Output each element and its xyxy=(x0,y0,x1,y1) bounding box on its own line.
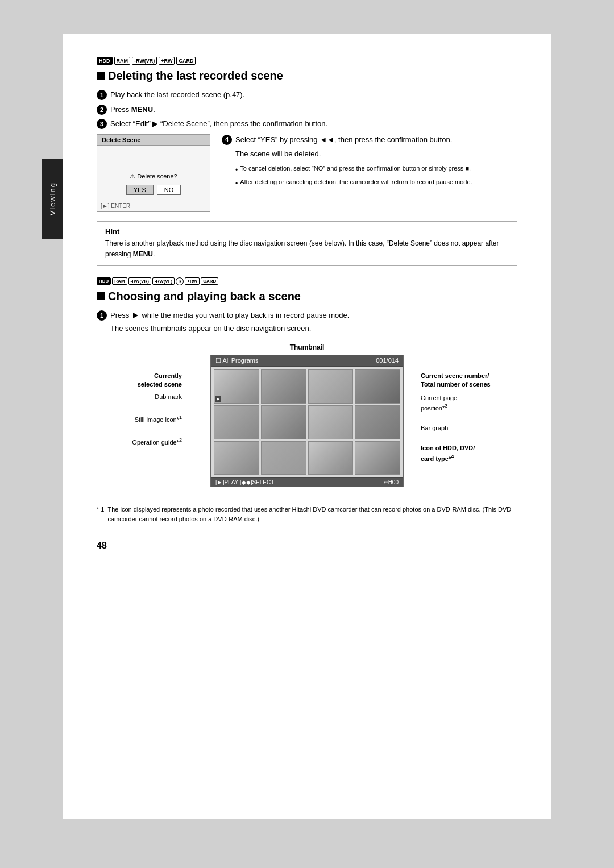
thumb-5 xyxy=(214,405,259,439)
screen-mockup-body: ▶ xyxy=(211,367,403,477)
diagram: Thumbnail Currentlyselected scene Dub ma… xyxy=(97,343,517,487)
annot-still: Still image icon*1 xyxy=(114,414,188,424)
annot-page-pos: Current pageposition*3 xyxy=(421,394,500,413)
annot-icon-hdd: Icon of HDD, DVD/card type*4 xyxy=(421,444,500,463)
page-number: 48 xyxy=(97,541,517,551)
annot-bar-graph: Bar graph xyxy=(421,424,500,433)
badge-hdd: HDD xyxy=(97,57,113,65)
annot-currently: Currentlyselected scene xyxy=(114,372,188,389)
section2: HDD RAM -RW(VR) -RW(VF) R +RW CARD Choos… xyxy=(97,277,517,487)
thumb-8 xyxy=(355,405,400,439)
badge-rwvr: -RW(VR) xyxy=(132,57,157,65)
step1-num: 1 xyxy=(97,90,107,100)
footer-left: [►]PLAY [◆◆]SELECT xyxy=(215,479,274,485)
footnote-marker: * 1 xyxy=(97,505,104,524)
footnote-text: The icon displayed represents a photo re… xyxy=(107,505,517,524)
hint-box: Hint There is another playback method us… xyxy=(97,221,517,266)
section2-heading: Choosing and playing back a scene xyxy=(97,290,517,303)
screen-question: ⚠ Delete scene? xyxy=(130,173,177,180)
section2-step1-note: The scenes thumbnails appear on the disc… xyxy=(110,323,349,334)
thumb-7 xyxy=(308,405,354,439)
step4-bullet2: • After deleting or canceling deletion, … xyxy=(235,178,472,189)
badge2-rwvf: -RW(VF) xyxy=(152,277,175,285)
btn-yes: YES xyxy=(126,185,154,195)
step4-main: Select “YES” by pressing ◄◄, then press … xyxy=(235,134,472,146)
hint-text: There is another playback method using t… xyxy=(105,238,509,260)
heading-square-2 xyxy=(97,292,105,300)
thumb-9 xyxy=(214,441,259,475)
annot-operation: Operation guide*2 xyxy=(114,437,188,447)
screen-buttons: YES NO xyxy=(126,185,181,195)
annot-dub: Dub mark xyxy=(114,393,188,401)
step4-content: Select “YES” by pressing ◄◄, then press … xyxy=(235,134,472,192)
thumb-11 xyxy=(308,441,354,475)
section1-heading: Deleting the last recorded scene xyxy=(97,69,517,82)
section2-step1: 1 Press while the media you want to play… xyxy=(97,310,517,334)
screen-header-right: 001/014 xyxy=(376,357,399,364)
step4-col: 4 Select “YES” by pressing ◄◄, then pres… xyxy=(222,134,517,212)
badge-ram: RAM xyxy=(114,57,131,65)
annot-left: Currentlyselected scene Dub mark Still i… xyxy=(114,372,188,447)
badge-plusrw: +RW xyxy=(159,57,175,65)
screen-mockup: ☐ All Programs 001/014 ▶ xyxy=(210,355,404,487)
media-badges-1: HDD RAM -RW(VR) +RW CARD xyxy=(97,57,517,65)
annot-scene-num: Current scene number/Total number of sce… xyxy=(421,372,500,389)
badge2-hdd: HDD xyxy=(97,277,111,285)
badge2-card: CARD xyxy=(201,277,218,285)
step2-num: 2 xyxy=(97,105,107,115)
step4-bullet1: • To cancel deletion, select “NO” and pr… xyxy=(235,164,472,176)
thumb-12 xyxy=(355,441,400,475)
heading-square xyxy=(97,72,105,80)
step3-num: 3 xyxy=(97,119,107,129)
screen-mockup-footer: [►]PLAY [◆◆]SELECT ⇐H00 xyxy=(211,477,403,487)
side-tab-label: Viewing xyxy=(48,182,57,215)
step4-num: 4 xyxy=(222,135,232,145)
screen-header-left: ☐ All Programs xyxy=(215,357,258,364)
thumb-3 xyxy=(308,369,354,404)
badge2-plusrw: +RW xyxy=(185,277,200,285)
step4-result: The scene will be deleted. xyxy=(235,148,472,160)
badge2-r: R xyxy=(176,277,184,285)
screen-enter: [►] ENTER xyxy=(97,203,130,211)
thumb-4 xyxy=(355,369,400,404)
section1-title: Deleting the last recorded scene xyxy=(108,69,283,82)
badge2-ram: RAM xyxy=(112,277,127,285)
thumb-10 xyxy=(261,441,306,475)
footnote1: * 1 The icon displayed represents a phot… xyxy=(97,505,517,524)
screen-mockup-header: ☐ All Programs 001/014 xyxy=(211,355,403,367)
thumb-2 xyxy=(261,369,306,404)
screen-body: ⚠ Delete scene? YES NO xyxy=(97,146,210,201)
bullet-icon-2: • xyxy=(235,178,238,189)
section2-step1-num: 1 xyxy=(97,310,107,321)
btn-no: NO xyxy=(157,185,181,195)
step4: 4 Select “YES” by pressing ◄◄, then pres… xyxy=(222,134,517,192)
bullet-icon-1: • xyxy=(235,165,238,176)
step3: 3 Select “Edit” ▶ “Delete Scene”, then p… xyxy=(97,118,517,130)
footnote-section: * 1 The icon displayed represents a phot… xyxy=(97,499,517,524)
media-badges-2: HDD RAM -RW(VR) -RW(VF) R +RW CARD xyxy=(97,277,517,285)
delete-scene-screen: Delete Scene ⚠ Delete scene? YES NO [►] … xyxy=(97,134,210,212)
screen-mockup-wrapper: ☐ All Programs 001/014 ▶ xyxy=(193,355,421,487)
thumb-6 xyxy=(261,405,306,439)
step3-text: Select “Edit” ▶ “Delete Scene”, then pre… xyxy=(110,118,327,130)
section2-step1-text: Press while the media you want to play b… xyxy=(110,311,349,319)
step2: 2 Press MENU. xyxy=(97,104,517,115)
step4-bullets: • To cancel deletion, select “NO” and pr… xyxy=(235,164,472,189)
side-tab: Viewing xyxy=(42,159,63,239)
annot-right: Current scene number/Total number of sce… xyxy=(421,372,500,463)
step4-bullet1-text: To cancel deletion, select “NO” and pres… xyxy=(240,164,471,173)
thumb-1: ▶ xyxy=(214,369,259,404)
step1-text: Play back the last recorded scene (p.47)… xyxy=(110,89,244,101)
badge2-rwvr: -RW(VR) xyxy=(128,277,151,285)
step-columns: Delete Scene ⚠ Delete scene? YES NO [►] … xyxy=(97,134,517,212)
section1: HDD RAM -RW(VR) +RW CARD Deleting the la… xyxy=(97,57,517,266)
step1: 1 Play back the last recorded scene (p.4… xyxy=(97,89,517,101)
footer-right: ⇐H00 xyxy=(384,479,399,485)
page: Viewing HDD RAM -RW(VR) +RW CARD Deletin… xyxy=(63,34,551,819)
screen-title: Delete Scene xyxy=(97,135,210,146)
section2-title: Choosing and playing back a scene xyxy=(108,290,301,303)
diagram-wrapper: Currentlyselected scene Dub mark Still i… xyxy=(114,355,500,487)
section2-step1-content: Press while the media you want to play b… xyxy=(110,310,349,334)
hint-title: Hint xyxy=(105,227,509,236)
step4-bullet2-text: After deleting or canceling deletion, th… xyxy=(240,178,472,186)
